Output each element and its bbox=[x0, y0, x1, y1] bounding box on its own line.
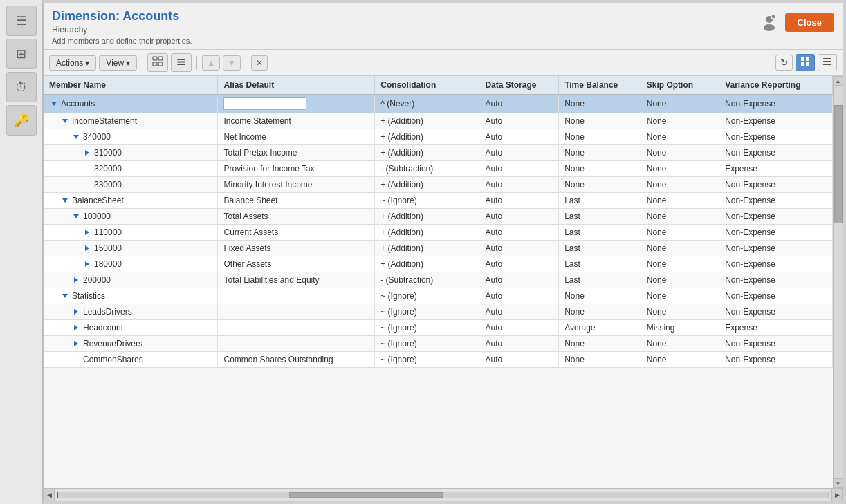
member-name-cell[interactable]: 100000 bbox=[44, 209, 218, 225]
alias-cell: Provision for Income Tax bbox=[218, 161, 375, 177]
close-button[interactable]: Close bbox=[785, 13, 834, 32]
member-name-cell[interactable]: LeadsDrivers bbox=[44, 304, 218, 320]
time-balance-cell: None bbox=[559, 161, 641, 177]
member-name-cell[interactable]: 320000 bbox=[44, 161, 218, 177]
tree-arrow-icon[interactable] bbox=[60, 291, 70, 301]
right-scrollbar[interactable]: ▲ ▼ bbox=[833, 76, 843, 488]
svg-rect-16 bbox=[823, 61, 831, 62]
tree-arrow-icon[interactable] bbox=[71, 212, 81, 221]
scroll-left-arrow[interactable]: ◀ bbox=[44, 489, 55, 501]
tree-arrow-icon[interactable] bbox=[82, 243, 92, 253]
table-row[interactable]: Statistics~ (Ignore)AutoNoneNoneNon-Expe… bbox=[44, 288, 833, 304]
actions-label: Actions bbox=[56, 58, 83, 68]
member-name-text: 330000 bbox=[94, 180, 122, 189]
scroll-track[interactable] bbox=[834, 86, 843, 478]
scroll-right-arrow[interactable]: ▶ bbox=[831, 489, 843, 501]
scroll-down-arrow[interactable]: ▼ bbox=[834, 478, 843, 488]
bottom-bar: ◀ ▶ bbox=[44, 488, 843, 501]
page-description: Add members and define their properties. bbox=[52, 37, 192, 45]
table-row[interactable]: 100000Total Assets+ (Addition)AutoLastNo… bbox=[44, 209, 833, 225]
consolidation-cell: + (Addition) bbox=[375, 177, 479, 193]
sidebar-icon-grid[interactable]: ⊞ bbox=[6, 39, 37, 69]
time-balance-cell: None bbox=[559, 177, 641, 193]
member-name-cell[interactable]: Statistics bbox=[44, 288, 218, 304]
member-name-cell[interactable]: 200000 bbox=[44, 272, 218, 288]
refresh-button[interactable]: ↻ bbox=[775, 55, 793, 71]
table-row[interactable]: 180000Other Assets+ (Addition)AutoLastNo… bbox=[44, 256, 833, 272]
scroll-up-arrow[interactable]: ▲ bbox=[834, 76, 843, 86]
tree-arrow-icon[interactable] bbox=[60, 196, 70, 205]
table-row[interactable]: 320000Provision for Income Tax- (Subtrac… bbox=[44, 161, 833, 177]
member-name-cell[interactable]: RevenueDrivers bbox=[44, 336, 218, 352]
sidebar-icon-list[interactable]: ☰ bbox=[6, 6, 37, 36]
member-name-cell[interactable]: CommonShares bbox=[44, 352, 218, 368]
table-row[interactable]: Accounts^ (Never)AutoNoneNoneNon-Expense bbox=[44, 95, 833, 113]
svg-rect-14 bbox=[806, 62, 809, 66]
table-row[interactable]: 340000Net Income+ (Addition)AutoNoneNone… bbox=[44, 129, 833, 145]
consolidation-cell: ~ (Ignore) bbox=[375, 336, 479, 352]
member-name-cell[interactable]: Accounts bbox=[44, 95, 218, 113]
actions-button[interactable]: Actions ▾ bbox=[49, 55, 96, 71]
table-row[interactable]: CommonSharesCommon Shares Outstanding~ (… bbox=[44, 352, 833, 368]
consolidation-cell: ~ (Ignore) bbox=[375, 352, 479, 368]
scroll-thumb[interactable] bbox=[834, 105, 843, 223]
member-name-cell[interactable]: IncomeStatement bbox=[44, 113, 218, 129]
tree-arrow-icon[interactable] bbox=[71, 323, 81, 333]
alias-cell[interactable] bbox=[218, 95, 375, 113]
alias-input[interactable] bbox=[223, 97, 306, 110]
skip-option-cell: None bbox=[641, 288, 719, 304]
member-name-cell[interactable]: 180000 bbox=[44, 256, 218, 272]
expand-all-button[interactable] bbox=[147, 53, 168, 72]
move-up-button[interactable]: ▲ bbox=[202, 55, 220, 71]
member-name-cell[interactable]: 310000 bbox=[44, 145, 218, 161]
delete-button[interactable]: ✕ bbox=[251, 55, 268, 71]
move-down-button[interactable]: ▼ bbox=[223, 55, 241, 71]
tree-arrow-icon[interactable] bbox=[71, 339, 81, 348]
bottom-scrollbar[interactable] bbox=[57, 492, 829, 498]
table-row[interactable]: 330000Minority Interest Income+ (Additio… bbox=[44, 177, 833, 193]
member-name-cell[interactable]: 330000 bbox=[44, 177, 218, 193]
table-row[interactable]: 200000Total Liabilities and Equity- (Sub… bbox=[44, 272, 833, 288]
tree-arrow-icon[interactable] bbox=[71, 355, 81, 364]
variance-reporting-cell: Non-Expense bbox=[719, 95, 833, 113]
tree-arrow-icon[interactable] bbox=[49, 99, 59, 109]
table-row[interactable]: 150000Fixed Assets+ (Addition)AutoLastNo… bbox=[44, 241, 833, 256]
list-view-button[interactable] bbox=[818, 54, 837, 71]
table-row[interactable]: BalanceSheetBalance Sheet~ (Ignore)AutoL… bbox=[44, 193, 833, 209]
tree-arrow-icon[interactable] bbox=[82, 148, 92, 158]
svg-rect-13 bbox=[801, 62, 804, 66]
sidebar-icon-clock[interactable]: ⏱ bbox=[6, 72, 37, 102]
member-name-cell[interactable]: 340000 bbox=[44, 129, 218, 145]
member-name-cell[interactable]: 150000 bbox=[44, 241, 218, 256]
sidebar-icon-key[interactable]: 🔑 bbox=[6, 105, 37, 136]
collapse-all-button[interactable] bbox=[171, 53, 192, 72]
tree-arrow-icon[interactable] bbox=[71, 132, 81, 142]
table-row[interactable]: RevenueDrivers~ (Ignore)AutoNoneNoneNon-… bbox=[44, 336, 833, 352]
table-row[interactable]: 110000Current Assets+ (Addition)AutoLast… bbox=[44, 225, 833, 241]
member-name-cell[interactable]: 110000 bbox=[44, 225, 218, 241]
tree-arrow-icon[interactable] bbox=[60, 116, 70, 126]
tree-arrow-icon[interactable] bbox=[82, 259, 92, 269]
grid-view-button[interactable] bbox=[796, 54, 815, 71]
table-row[interactable]: IncomeStatementIncome Statement+ (Additi… bbox=[44, 113, 833, 129]
view-button[interactable]: View ▾ bbox=[99, 55, 137, 71]
toolbar-right: ↻ bbox=[775, 54, 837, 71]
table-row[interactable]: LeadsDrivers~ (Ignore)AutoNoneNoneNon-Ex… bbox=[44, 304, 833, 320]
view-arrow-icon: ▾ bbox=[126, 58, 130, 68]
svg-rect-6 bbox=[153, 62, 157, 66]
member-name-cell[interactable]: Headcount bbox=[44, 320, 218, 336]
time-balance-cell: Last bbox=[559, 193, 641, 209]
tree-arrow-icon[interactable] bbox=[71, 275, 81, 285]
svg-marker-21 bbox=[85, 150, 89, 156]
tree-arrow-icon[interactable] bbox=[82, 164, 92, 174]
table-row[interactable]: 310000Total Pretax Income+ (Addition)Aut… bbox=[44, 145, 833, 161]
page-title: Dimension: Accounts bbox=[52, 9, 192, 24]
table-header-row: Member Name Alias Default Consolidation … bbox=[44, 76, 833, 95]
table-row[interactable]: Headcount~ (Ignore)AutoAverageMissingExp… bbox=[44, 320, 833, 336]
variance-reporting-cell: Non-Expense bbox=[719, 272, 833, 288]
tree-arrow-icon[interactable] bbox=[82, 180, 92, 189]
tree-arrow-icon[interactable] bbox=[71, 307, 81, 317]
member-name-cell[interactable]: BalanceSheet bbox=[44, 193, 218, 209]
member-name-text: 340000 bbox=[83, 132, 111, 142]
tree-arrow-icon[interactable] bbox=[82, 227, 92, 237]
